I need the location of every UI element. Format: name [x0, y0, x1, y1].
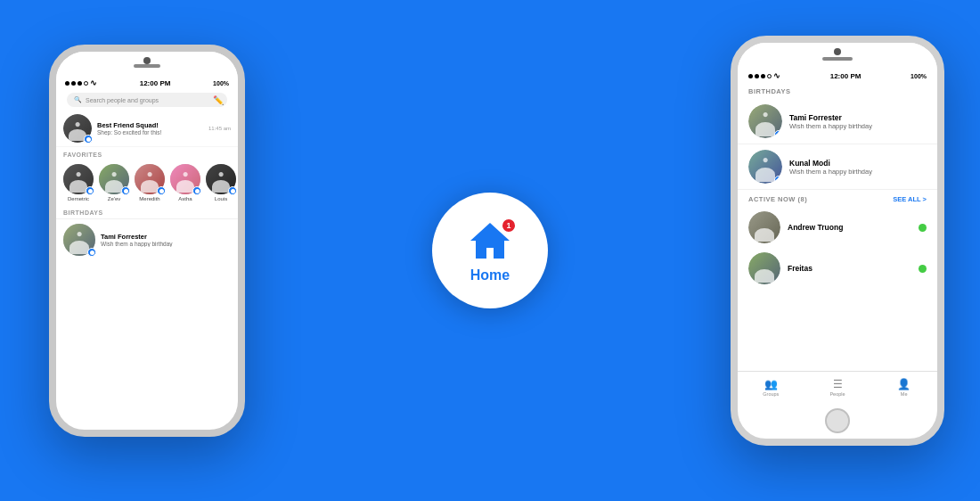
- birthday-name-tami: Tami Forrester: [101, 233, 231, 241]
- nav-me-label: Me: [901, 391, 908, 397]
- birthdays-section-label: BIRTHDAYS: [56, 205, 238, 218]
- signal-dot-1: [65, 81, 69, 86]
- chat-info: Best Friend Squad! Shep: So excited for …: [97, 121, 203, 136]
- left-notch: [56, 52, 238, 77]
- fav-avatar-louis: [206, 164, 236, 194]
- messenger-badge: [228, 186, 237, 195]
- active-info-andrew: Andrew Truong: [788, 223, 911, 232]
- signal-dot-4: [84, 81, 88, 86]
- home-label: Home: [470, 267, 510, 283]
- fav-avatar-demetric: [63, 164, 94, 194]
- right-bd-name-tami: Tami Forrester: [789, 113, 927, 122]
- messenger-badge: [774, 130, 782, 138]
- compose-icon[interactable]: ✏️: [213, 95, 224, 105]
- chat-item[interactable]: Best Friend Squad! Shep: So excited for …: [56, 111, 238, 147]
- nav-people[interactable]: ☰ People: [804, 378, 871, 397]
- right-time: 12:00 PM: [830, 72, 862, 80]
- right-birthdays-label: BIRTHDAYS: [748, 87, 791, 95]
- birthday-sub-tami: Wish them a happy birthday: [101, 241, 231, 247]
- right-wifi-icon: ∿: [773, 71, 780, 80]
- right-bd-sub-tami: Wish them a happy birthday: [789, 122, 927, 130]
- signal-dot-4: [767, 74, 772, 78]
- fav-zeev[interactable]: Ze'ev: [99, 164, 129, 201]
- chat-name: Best Friend Squad!: [97, 121, 203, 129]
- search-bar[interactable]: 🔍 Search people and groups: [67, 93, 227, 107]
- favorites-row: Demetric Ze'ev Meredith Astha: [56, 160, 238, 205]
- signal-dot-3: [78, 81, 82, 86]
- right-birthdays-header: BIRTHDAYS: [738, 82, 937, 99]
- right-birthday-kunal[interactable]: Kunal Modi Wish them a happy birthday: [738, 144, 937, 190]
- right-bd-info-tami: Tami Forrester Wish them a happy birthda…: [789, 113, 927, 130]
- see-all-link[interactable]: SEE ALL >: [893, 195, 927, 203]
- fav-name-demetric: Demetric: [68, 196, 89, 201]
- right-bd-info-kunal: Kunal Modi Wish them a happy birthday: [789, 159, 927, 176]
- right-phone: ∿ 12:00 PM 100% BIRTHDAYS Tami Forrester…: [731, 36, 944, 446]
- fav-louis[interactable]: Louis: [206, 164, 236, 201]
- fav-demetric[interactable]: Demetric: [63, 164, 94, 201]
- left-time: 12:00 PM: [140, 79, 171, 87]
- right-status-bar: ∿ 12:00 PM 100%: [738, 70, 937, 82]
- active-dot-andrew: [919, 224, 927, 232]
- people-icon: ☰: [833, 378, 843, 390]
- fav-avatar-astha: [170, 164, 200, 194]
- fav-avatar-meredith: [135, 164, 165, 194]
- messenger-badge: [774, 176, 782, 184]
- me-icon: 👤: [897, 378, 911, 390]
- favorites-section-label: FAVORITES: [56, 147, 238, 160]
- search-row: 🔍 Search people and groups ✏️: [60, 93, 234, 107]
- fav-meredith[interactable]: Meredith: [135, 164, 165, 201]
- active-avatar-andrew: [748, 211, 780, 243]
- right-battery: 100%: [911, 73, 927, 79]
- home-button-right[interactable]: [825, 408, 850, 433]
- birthday-info-tami: Tami Forrester Wish them a happy birthda…: [101, 233, 231, 247]
- right-camera: [834, 48, 841, 55]
- notification-badge: 1: [501, 218, 517, 234]
- signal-dot-3: [761, 74, 765, 78]
- left-birthday-tami[interactable]: Tami Forrester Wish them a happy birthda…: [56, 218, 238, 260]
- active-freitas[interactable]: Freitas: [738, 248, 937, 289]
- active-name-freitas: Freitas: [788, 264, 911, 273]
- wifi-icon: ∿: [90, 78, 97, 87]
- fav-name-louis: Louis: [215, 196, 227, 201]
- home-bubble[interactable]: 1 Home: [432, 193, 548, 308]
- search-icon: 🔍: [74, 96, 82, 103]
- left-phone: ∿ 12:00 PM 100% 🔍 Search people and grou…: [49, 45, 245, 437]
- fav-name-zeev: Ze'ev: [108, 196, 120, 201]
- speaker: [134, 64, 160, 68]
- right-bd-avatar-kunal: [748, 150, 782, 184]
- messenger-badge: [87, 248, 96, 257]
- right-signal: ∿: [748, 71, 780, 80]
- active-andrew[interactable]: Andrew Truong: [738, 207, 937, 248]
- active-dot-freitas: [919, 265, 927, 273]
- messenger-badge: [192, 186, 201, 195]
- nav-people-label: People: [829, 391, 845, 397]
- active-info-freitas: Freitas: [788, 264, 911, 273]
- messenger-badge: [86, 186, 94, 195]
- signal-dot-2: [71, 81, 76, 86]
- messenger-badge: [157, 186, 166, 195]
- right-active-label: ACTIVE NOW (8): [748, 195, 807, 203]
- signal-dots: ∿: [65, 78, 97, 87]
- messenger-badge: [84, 135, 93, 144]
- right-bd-name-kunal: Kunal Modi: [789, 159, 927, 168]
- right-bd-sub-kunal: Wish them a happy birthday: [789, 168, 927, 176]
- nav-groups[interactable]: 👥 Groups: [738, 378, 804, 397]
- chat-time: 11:45 am: [208, 126, 231, 131]
- active-name-andrew: Andrew Truong: [788, 223, 911, 232]
- signal-dot-1: [748, 74, 753, 78]
- avatar-wrap: [63, 114, 92, 143]
- left-status-bar: ∿ 12:00 PM 100%: [56, 77, 238, 89]
- messenger-badge: [121, 186, 130, 195]
- active-avatar-freitas: [748, 252, 780, 284]
- battery-icon: 100%: [213, 80, 229, 86]
- groups-icon: 👥: [764, 378, 778, 390]
- nav-groups-label: Groups: [763, 391, 779, 397]
- fav-avatar-zeev: [99, 164, 129, 194]
- birthday-avatar-tami: [63, 224, 95, 256]
- right-bd-avatar-tami: [748, 104, 782, 138]
- nav-me[interactable]: 👤 Me: [870, 378, 937, 397]
- fav-astha[interactable]: Astha: [170, 164, 200, 201]
- signal-dot-2: [755, 74, 759, 78]
- right-birthday-tami[interactable]: Tami Forrester Wish them a happy birthda…: [738, 99, 937, 144]
- bottom-nav: 👥 Groups ☰ People 👤 Me: [738, 371, 937, 403]
